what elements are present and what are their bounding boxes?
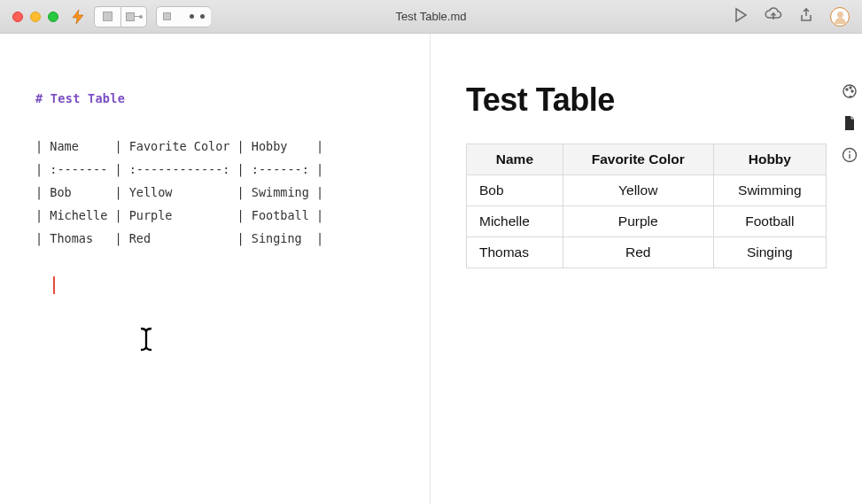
td-hobby: Football xyxy=(713,206,826,237)
td-name: Bob xyxy=(467,175,563,206)
editor-line[interactable]: | Name | Favorite Color | Hobby | xyxy=(35,139,323,153)
th-name: Name xyxy=(467,144,563,175)
svg-point-3 xyxy=(851,90,853,92)
td-name: Thomas xyxy=(467,237,563,268)
editor-source[interactable]: | Name | Favorite Color | Hobby | | :---… xyxy=(35,135,430,250)
close-button[interactable] xyxy=(12,12,23,22)
td-color: Red xyxy=(563,237,713,268)
td-name: Michelle xyxy=(467,206,563,237)
th-color: Favorite Color xyxy=(563,144,713,175)
square-icon xyxy=(163,12,171,20)
titlebar: Test Table.md xyxy=(0,0,862,34)
share-icon[interactable] xyxy=(798,7,814,27)
bolt-icon[interactable] xyxy=(71,9,85,25)
table-row: Thomas Red Singing xyxy=(467,237,827,268)
layout-segment[interactable] xyxy=(156,6,211,27)
td-hobby: Swimming xyxy=(713,175,826,206)
td-color: Yellow xyxy=(563,175,713,206)
layout-dual[interactable] xyxy=(156,6,211,27)
view-mode-segment[interactable] xyxy=(94,6,147,27)
toolbar-right xyxy=(733,7,850,27)
play-icon[interactable] xyxy=(733,7,749,27)
view-mode-outline[interactable] xyxy=(120,6,147,27)
window-controls xyxy=(12,12,58,22)
editor-line[interactable]: | Michelle | Purple | Football | xyxy=(35,208,323,222)
preview-title: Test Table xyxy=(466,81,827,119)
th-hobby: Hobby xyxy=(713,144,826,175)
pdf-icon[interactable] xyxy=(843,115,857,135)
main: # Test Table | Name | Favorite Color | H… xyxy=(0,34,862,504)
ibeam-cursor-icon xyxy=(137,326,155,354)
dot-icon xyxy=(200,14,205,19)
editor-line[interactable]: | Bob | Yellow | Swimming | xyxy=(35,185,323,199)
view-mode-single[interactable] xyxy=(94,6,120,27)
dot-icon xyxy=(190,14,194,19)
side-rail xyxy=(837,83,862,167)
table-row: Michelle Purple Football xyxy=(467,206,827,237)
maximize-button[interactable] xyxy=(48,12,58,22)
table-row: Bob Yellow Swimming xyxy=(467,175,827,206)
preview-table: Name Favorite Color Hobby Bob Yellow Swi… xyxy=(466,143,827,268)
info-icon[interactable] xyxy=(842,147,858,167)
editor-pane[interactable]: # Test Table | Name | Favorite Color | H… xyxy=(0,34,431,504)
text-caret xyxy=(53,276,55,294)
svg-point-5 xyxy=(849,151,850,153)
theme-palette-icon[interactable] xyxy=(842,83,858,103)
svg-point-2 xyxy=(850,87,851,89)
editor-line[interactable]: | Thomas | Red | Singing | xyxy=(35,231,323,245)
cloud-upload-icon[interactable] xyxy=(765,7,782,27)
minimize-button[interactable] xyxy=(30,12,41,22)
square-icon xyxy=(103,12,113,21)
td-hobby: Singing xyxy=(713,237,826,268)
account-avatar[interactable] xyxy=(830,7,850,27)
editor-line-h1[interactable]: # Test Table xyxy=(35,87,430,110)
outline-icon xyxy=(126,12,143,21)
table-header-row: Name Favorite Color Hobby xyxy=(467,144,827,175)
svg-point-1 xyxy=(846,89,848,90)
td-color: Purple xyxy=(563,206,713,237)
editor-line[interactable]: | :------- | :------------: | :------: | xyxy=(35,162,323,176)
preview-pane: Test Table Name Favorite Color Hobby Bob… xyxy=(431,34,862,504)
